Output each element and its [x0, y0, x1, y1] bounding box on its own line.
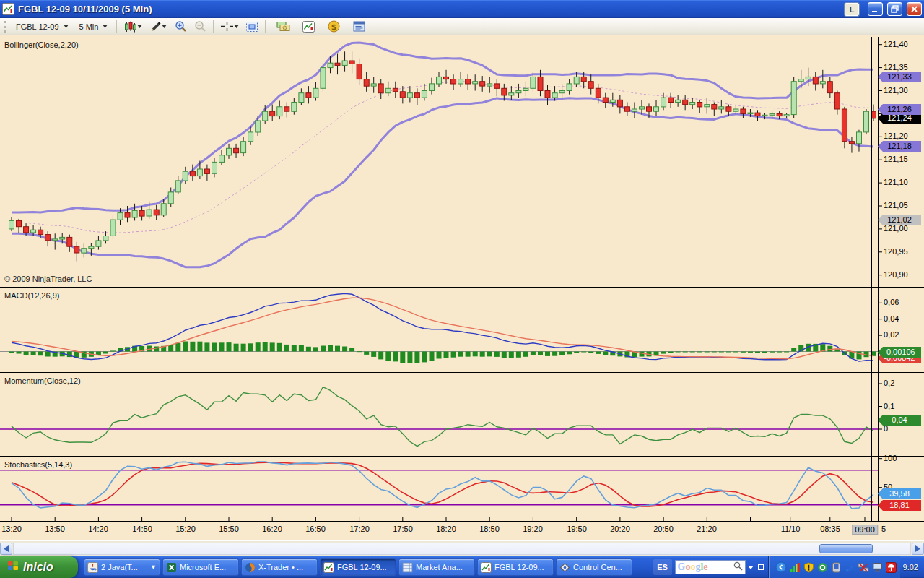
taskbar-task[interactable]: Microsoft E...	[162, 558, 239, 576]
toolbar-grip[interactable]	[4, 21, 6, 33]
wireless-icon[interactable]	[844, 561, 856, 573]
instrument-label: FGBL 12-09	[16, 22, 59, 31]
toolbar-separator	[116, 20, 117, 33]
taskbar-task[interactable]: Market Ana...	[398, 558, 475, 576]
excel-icon	[166, 562, 177, 573]
window-title: FGBL 12-09 10/11/2009 (5 Min)	[18, 4, 841, 14]
language-indicator[interactable]: ES	[653, 559, 672, 575]
app-icon	[2, 3, 14, 15]
chevron-down-icon	[64, 25, 69, 28]
search-options-dropdown[interactable]	[746, 560, 756, 574]
mini-chart-icon	[302, 21, 315, 33]
taskbar-task[interactable]: X-Trader • ...	[241, 558, 318, 576]
restore-button[interactable]	[887, 2, 902, 16]
java-icon	[87, 562, 98, 573]
taskbar: Inicio 2 Java(T...▼Microsoft E...X-Trade…	[0, 556, 924, 578]
instrument-selector[interactable]: FGBL 12-09	[12, 20, 73, 34]
audio-meter-icon[interactable]	[789, 561, 801, 573]
zoom-in-icon	[175, 20, 187, 33]
scroll-left-button[interactable]	[0, 543, 12, 555]
zoom-out-button[interactable]	[191, 19, 209, 34]
chevron-down-icon	[162, 25, 167, 28]
price-panel	[0, 43, 878, 267]
macd-panel	[0, 293, 878, 363]
scrollbar-track[interactable]	[13, 543, 911, 555]
chevron-down-icon	[137, 25, 142, 28]
ninjatrader-chart-icon	[323, 562, 334, 573]
drawing-tools-dropdown[interactable]	[147, 19, 170, 34]
taskbar-task[interactable]: Control Cen...	[556, 558, 632, 576]
chart-region[interactable]: Bollinger(Close,2,20) © 2009 NinjaTrader…	[0, 35, 924, 540]
snapshot-icon	[245, 21, 258, 33]
toolbar-separator	[265, 20, 266, 33]
chart-toolbar: FGBL 12-09 5 Min	[0, 18, 924, 35]
mini-chart-button[interactable]	[300, 19, 317, 34]
properties-form-icon	[353, 21, 365, 32]
taskbar-task[interactable]: FGBL 12-09...	[477, 558, 554, 576]
close-button[interactable]	[907, 2, 922, 16]
zoom-out-icon	[194, 20, 206, 33]
chart-style-dropdown[interactable]	[121, 19, 144, 34]
search-icon[interactable]	[733, 561, 743, 574]
money-button[interactable]	[274, 19, 292, 34]
ninjatrader-window: FGBL 12-09 10/11/2009 (5 Min) L FGBL 12-…	[0, 0, 924, 578]
firefox-icon	[245, 562, 256, 573]
taskbar-right-cluster: ES Google 9:02	[653, 556, 924, 578]
deskbar-button[interactable]	[756, 560, 766, 574]
momentum-panel	[0, 387, 878, 447]
taskbar-tasks: 2 Java(T...▼Microsoft E...X-Trader • ...…	[84, 558, 632, 576]
device-icon[interactable]	[830, 561, 842, 573]
snapshot-region-button[interactable]	[243, 19, 261, 34]
taskbar-clock[interactable]: 9:02	[900, 563, 924, 571]
taskbar-task[interactable]: 2 Java(T...▼	[84, 558, 160, 576]
pencil-icon	[149, 21, 162, 33]
zoom-in-button[interactable]	[172, 19, 189, 34]
link-button[interactable]: L	[845, 3, 859, 16]
svg-text:$: $	[331, 22, 337, 32]
scroll-right-button[interactable]	[912, 543, 924, 555]
interval-selector[interactable]: 5 Min	[75, 20, 113, 34]
minimize-button[interactable]	[868, 2, 883, 16]
chart-canvas[interactable]	[0, 35, 924, 540]
interval-label: 5 Min	[79, 22, 99, 31]
group-chevron-icon: ▼	[150, 564, 157, 571]
taskbar-task-active[interactable]: FGBL 12-09...	[320, 558, 396, 576]
chevron-down-icon	[103, 25, 108, 28]
control-center-icon	[559, 562, 570, 573]
horizontal-scrollbar	[0, 540, 924, 556]
security-alert-shield-icon[interactable]	[803, 561, 815, 573]
coin-dollar-icon: $	[328, 20, 340, 33]
hide-icons-icon[interactable]	[775, 561, 788, 573]
cursor-crosshair-dropdown[interactable]	[218, 19, 241, 34]
start-label: Inicio	[23, 561, 53, 574]
windows-flag-icon	[7, 560, 19, 574]
system-tray	[769, 556, 900, 578]
candlestick-icon	[124, 21, 137, 33]
coin-button[interactable]: $	[325, 19, 342, 34]
google-search-box[interactable]: Google	[675, 560, 746, 574]
toolbar-separator	[213, 20, 214, 33]
scrollbar-thumb[interactable]	[819, 544, 873, 553]
remote-display-icon[interactable]	[871, 561, 884, 573]
market-analyzer-icon	[402, 562, 413, 573]
vpn-client-icon[interactable]	[816, 561, 829, 573]
chevron-down-icon	[234, 25, 239, 28]
stochastics-panel	[0, 462, 878, 509]
network-disconnected-icon[interactable]	[858, 561, 870, 573]
google-watermark: Google	[678, 561, 732, 573]
title-bar: FGBL 12-09 10/11/2009 (5 Min) L	[0, 0, 924, 18]
crosshair-icon	[220, 21, 234, 32]
avira-antivirus-icon[interactable]	[885, 561, 897, 573]
properties-button[interactable]	[350, 19, 367, 34]
start-button[interactable]: Inicio	[0, 556, 78, 578]
money-icon	[276, 21, 290, 32]
ninjatrader-chart-icon	[481, 562, 492, 573]
